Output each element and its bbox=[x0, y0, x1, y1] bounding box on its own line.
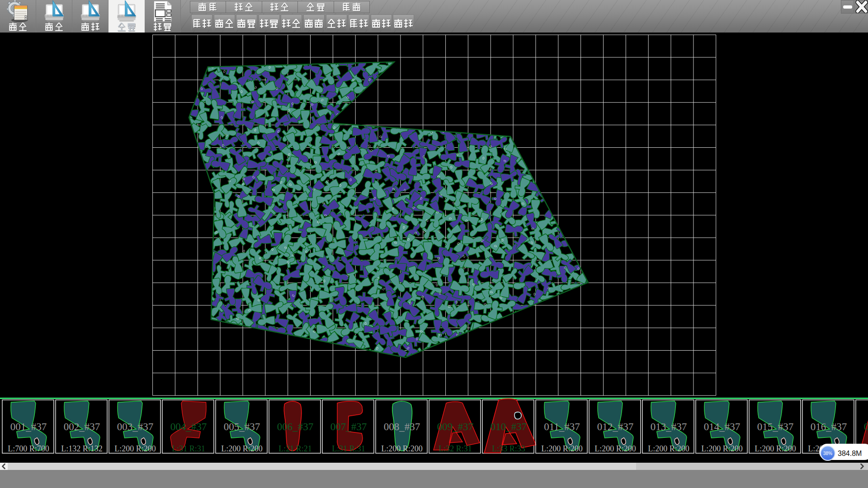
svg-text:L:200 R:200: L:200 R:200 bbox=[755, 444, 796, 453]
svg-text:L:200 R:200: L:200 R:200 bbox=[541, 444, 583, 453]
svg-text:L:200 R:200: L:200 R:200 bbox=[114, 444, 156, 453]
svg-text:L:31 R:31: L:31 R:31 bbox=[332, 444, 365, 453]
svg-text:006_#37: 006_#37 bbox=[277, 421, 314, 432]
svg-text:005_#37: 005_#37 bbox=[224, 421, 260, 432]
svg-text:L:200 R:200: L:200 R:200 bbox=[594, 444, 636, 453]
svg-text:L:200 R:200: L:200 R:200 bbox=[381, 444, 423, 453]
svg-text:L:200 R:200: L:200 R:200 bbox=[648, 444, 689, 453]
svg-text:007_#37: 007_#37 bbox=[330, 421, 367, 432]
svg-text:012_#37: 012_#37 bbox=[597, 421, 634, 432]
svg-text:004_#37: 004_#37 bbox=[170, 421, 207, 432]
svg-text:013_#37: 013_#37 bbox=[651, 421, 687, 432]
svg-text:002_#37: 002_#37 bbox=[64, 421, 100, 432]
svg-text:014_#37: 014_#37 bbox=[704, 421, 741, 432]
svg-text:L:31 R:31: L:31 R:31 bbox=[172, 444, 205, 453]
svg-text:011_#37: 011_#37 bbox=[544, 421, 580, 432]
svg-text:L:200 R:200: L:200 R:200 bbox=[701, 444, 743, 453]
svg-text:L:200 R:200: L:200 R:200 bbox=[221, 444, 263, 453]
svg-text:008_#37: 008_#37 bbox=[384, 421, 420, 432]
svg-text:L:32 R:31: L:32 R:31 bbox=[439, 444, 472, 453]
svg-text:001_#37: 001_#37 bbox=[10, 421, 47, 432]
svg-text:016_#37: 016_#37 bbox=[811, 421, 847, 432]
svg-text:017_#37: 017_#37 bbox=[864, 421, 868, 432]
svg-text:015_#37: 015_#37 bbox=[757, 421, 794, 432]
svg-text:003_#37: 003_#37 bbox=[117, 421, 154, 432]
svg-text:009_#37: 009_#37 bbox=[437, 421, 474, 432]
svg-text:L:132 R:132: L:132 R:132 bbox=[61, 444, 103, 453]
svg-text:L:21 R:21: L:21 R:21 bbox=[278, 444, 312, 453]
svg-text:010_#37: 010_#37 bbox=[491, 421, 527, 432]
svg-text:L:33 R:33: L:33 R:33 bbox=[492, 444, 525, 453]
svg-text:L:700 R:700: L:700 R:700 bbox=[8, 444, 49, 453]
